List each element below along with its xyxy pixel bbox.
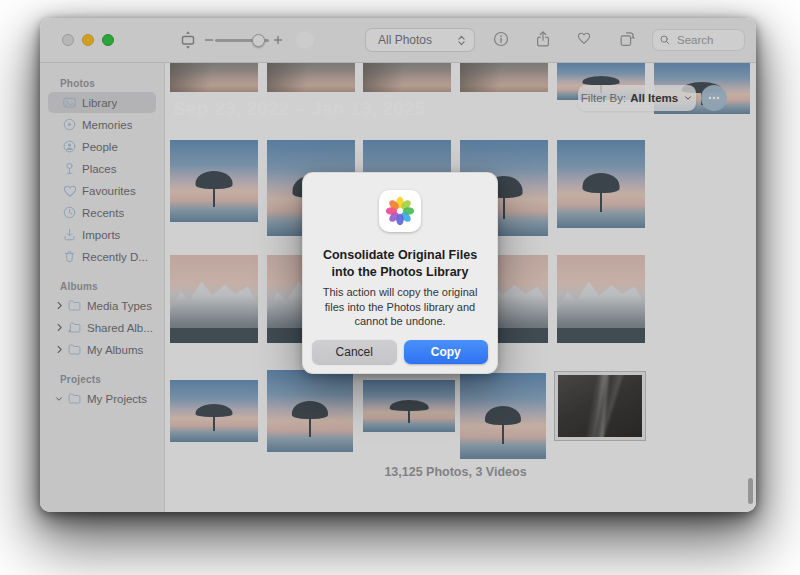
photos-app-icon: [379, 190, 421, 232]
cancel-button[interactable]: Cancel: [312, 340, 397, 364]
dialog-buttons: Cancel Copy: [312, 340, 488, 364]
photos-flower-icon: [383, 194, 417, 228]
dialog-title: Consolidate Original Files into the Phot…: [303, 247, 497, 281]
photos-app-window: All Photos PhotosLibraryMemoriesPeoplePl…: [40, 18, 756, 512]
dialog-message: This action will copy the original files…: [303, 285, 497, 329]
consolidate-dialog: Consolidate Original Files into the Phot…: [302, 172, 498, 374]
copy-button[interactable]: Copy: [404, 340, 489, 364]
